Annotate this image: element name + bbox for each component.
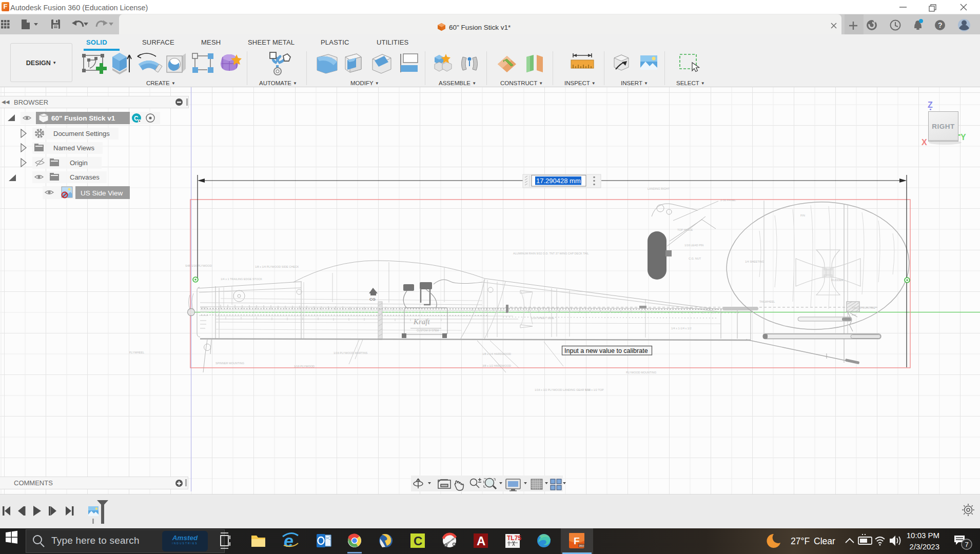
svg-text:Canvases: Canvases bbox=[70, 173, 100, 181]
svg-text:Clear: Clear bbox=[814, 536, 835, 546]
svg-text:TAILOR RUNTIME: TAILOR RUNTIME bbox=[852, 306, 875, 309]
svg-text:60" Fusion Stick v1: 60" Fusion Stick v1 bbox=[51, 114, 115, 122]
svg-text:Input a new value to calibrate: Input a new value to calibrate bbox=[564, 347, 648, 354]
svg-text:1/16 x 1/2 PLYWOOD LANDING GEA: 1/16 x 1/2 PLYWOOD LANDING GEAR 5/32 bbox=[535, 388, 591, 391]
svg-text:C.G. NUT: C.G. NUT bbox=[689, 257, 701, 260]
svg-text:1/4 SHEETING: 1/4 SHEETING bbox=[745, 260, 764, 263]
svg-text:LANDING RIGHT: LANDING RIGHT bbox=[648, 187, 670, 190]
svg-text:2-56 PANEL: 2-56 PANEL bbox=[720, 199, 736, 202]
svg-text:?: ? bbox=[938, 21, 943, 29]
svg-text:2/3/2023: 2/3/2023 bbox=[910, 542, 939, 551]
svg-text:ALUMINUM RAIN 9/32 O.D. TNT 37: ALUMINUM RAIN 9/32 O.D. TNT 37 WING CAP … bbox=[513, 252, 589, 255]
svg-text:7: 7 bbox=[965, 541, 968, 548]
svg-text:FLYWHEEL: FLYWHEEL bbox=[129, 351, 144, 354]
svg-text:RUDDER: RUDDER bbox=[831, 279, 844, 282]
svg-text:FIN: FIN bbox=[800, 214, 805, 217]
svg-text:3/8 x 1/2 HARDWOOD: 3/8 x 1/2 HARDWOOD bbox=[482, 364, 511, 367]
svg-text:360: 360 bbox=[579, 544, 584, 547]
svg-text:1/4 x 1-1/4 x 1/2: 1/4 x 1-1/4 x 1/2 bbox=[671, 327, 691, 330]
svg-text:US Side View: US Side View bbox=[81, 189, 123, 197]
svg-text:TAILWHEEL: TAILWHEEL bbox=[759, 300, 775, 303]
svg-text:PLYWOOD MOUNTING: PLYWOOD MOUNTING bbox=[626, 371, 656, 374]
svg-text:1/8 x 1/4 HARDWOOD: 1/8 x 1/4 HARDWOOD bbox=[482, 352, 511, 355]
svg-text:SPINNER MOUNTING: SPINNER MOUNTING bbox=[215, 362, 244, 365]
svg-text:1/16 PLYWOOD: 1/16 PLYWOOD bbox=[294, 365, 315, 368]
svg-text:10:03 PM: 10:03 PM bbox=[907, 531, 939, 540]
svg-text:C: C bbox=[414, 534, 422, 548]
svg-text:C: C bbox=[134, 115, 139, 122]
svg-text:CUSTOM SYSTEM: CUSTOM SYSTEM bbox=[417, 329, 439, 332]
svg-text:Document Settings: Document Settings bbox=[53, 130, 110, 137]
svg-text:Kraft: Kraft bbox=[413, 318, 430, 326]
svg-text:17.290428 mm: 17.290428 mm bbox=[536, 177, 581, 185]
svg-text:CG: CG bbox=[369, 297, 376, 302]
svg-text:1/4 x 1 TRAILING EDGE STOCK: 1/4 x 1 TRAILING EDGE STOCK bbox=[221, 278, 262, 281]
svg-text:27°F: 27°F bbox=[791, 536, 810, 546]
svg-text:Origin: Origin bbox=[70, 159, 88, 167]
svg-text:S4B 1/16 PLYWOOD: S4B 1/16 PLYWOOD bbox=[185, 264, 212, 267]
svg-text:1/16 SHEET SIDE: 1/16 SHEET SIDE bbox=[531, 316, 554, 320]
svg-text:TOP HINGE: TOP HINGE bbox=[677, 228, 693, 231]
svg-text:Named Views: Named Views bbox=[53, 144, 94, 152]
svg-text:1/16 PLYWOOD MARTINS: 1/16 PLYWOOD MARTINS bbox=[334, 351, 367, 354]
svg-text:A: A bbox=[477, 534, 485, 548]
svg-text:1/8 x 1/4 PLYWOOD SIDE CHECK: 1/8 x 1/4 PLYWOOD SIDE CHECK bbox=[255, 265, 299, 268]
svg-text:1/16 LEAD PIN: 1/16 LEAD PIN bbox=[684, 244, 703, 247]
svg-text:TL75: TL75 bbox=[507, 535, 521, 542]
